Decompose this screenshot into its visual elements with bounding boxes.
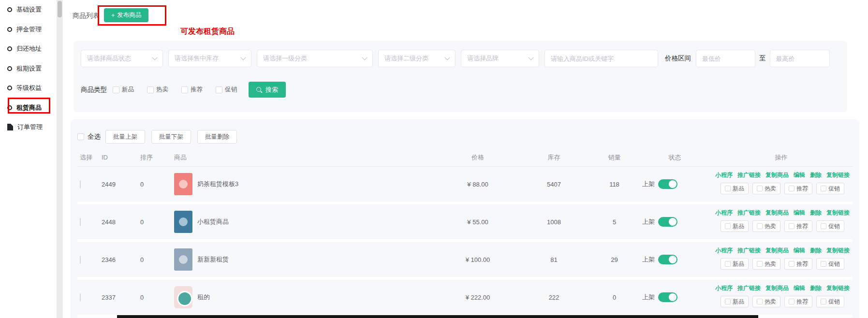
row-checkbox[interactable] <box>80 293 81 302</box>
checkbox[interactable] <box>757 223 763 229</box>
checkbox[interactable] <box>725 186 731 191</box>
tag-new[interactable]: 新品 <box>721 296 749 307</box>
edit-link[interactable]: 编辑 <box>794 246 805 254</box>
max-price-input[interactable] <box>770 50 830 67</box>
edit-link[interactable]: 编辑 <box>794 284 805 292</box>
promo-link-link[interactable]: 推广链接 <box>737 246 761 254</box>
tag-promo[interactable]: 促销 <box>816 220 844 232</box>
sidebar-item-rental-products[interactable]: 租赁商品 <box>0 98 57 118</box>
type-option-recommend[interactable]: 推荐 <box>181 86 203 94</box>
checkbox[interactable] <box>789 186 794 191</box>
delete-link[interactable]: 删除 <box>810 284 822 292</box>
scrollbar-thumb[interactable] <box>58 1 62 17</box>
tag-recommend[interactable]: 推荐 <box>784 258 812 270</box>
checkbox[interactable] <box>216 87 222 93</box>
delete-link[interactable]: 删除 <box>810 209 822 217</box>
select-secondary-category[interactable]: 请选择二级分类 <box>378 50 456 67</box>
checkbox[interactable] <box>757 299 763 304</box>
tag-hot[interactable]: 热卖 <box>752 183 780 194</box>
onshelf-toggle[interactable] <box>658 292 677 302</box>
tag-label: 新品 <box>733 185 744 193</box>
filter-panel: 请选择商品状态 请选择售中库存 请选择一级分类 请选择二级分类 请选择品牌 <box>74 41 847 112</box>
checkbox[interactable] <box>725 223 731 229</box>
type-option-hot[interactable]: 热卖 <box>147 86 168 94</box>
copy-url-link[interactable]: 复制链接 <box>826 246 850 254</box>
tag-toggles: 新品 热卖 推荐 促销 <box>712 296 853 307</box>
checkbox[interactable] <box>821 261 826 267</box>
publish-product-button[interactable]: + 发布商品 <box>104 8 148 22</box>
tag-promo[interactable]: 促销 <box>816 183 844 194</box>
checkbox[interactable] <box>147 87 154 93</box>
tag-new[interactable]: 新品 <box>721 220 749 232</box>
tag-new[interactable]: 新品 <box>721 183 749 194</box>
checkbox[interactable] <box>725 299 731 304</box>
keyword-input[interactable] <box>544 50 658 67</box>
sidebar-item-level-benefits[interactable]: 等级权益 <box>0 78 57 98</box>
product-cell: 新新新租赁 <box>172 248 437 271</box>
batch-delete-button[interactable]: 批量删除 <box>197 130 237 144</box>
sidebar-item-lease-term-settings[interactable]: 租期设置 <box>0 59 57 79</box>
checkbox[interactable] <box>113 87 119 93</box>
checkbox[interactable] <box>821 299 826 304</box>
sidebar: 基础设置 押金管理 归还地址 租期设置 等级权益 租赁商品 订单管理 <box>0 0 57 318</box>
select-onsale-stock[interactable]: 请选择售中库存 <box>168 50 251 67</box>
copy-url-link[interactable]: 复制链接 <box>826 171 850 179</box>
checkbox[interactable] <box>789 223 794 229</box>
mini-program-link[interactable]: 小程序 <box>715 171 733 179</box>
select-all-checkbox[interactable] <box>77 133 84 140</box>
sidebar-item-deposit-management[interactable]: 押金管理 <box>0 20 57 40</box>
onshelf-toggle[interactable] <box>658 217 677 227</box>
row-checkbox[interactable] <box>80 256 81 264</box>
min-price-input[interactable] <box>696 50 755 67</box>
select-brand[interactable]: 请选择品牌 <box>461 50 539 67</box>
checkbox[interactable] <box>757 261 763 267</box>
tag-recommend[interactable]: 推荐 <box>784 296 812 307</box>
mini-program-link[interactable]: 小程序 <box>715 209 733 217</box>
type-option-new[interactable]: 新品 <box>113 86 134 94</box>
tag-hot[interactable]: 热卖 <box>752 296 780 307</box>
copy-product-link[interactable]: 复制商品 <box>765 171 789 179</box>
tag-hot[interactable]: 热卖 <box>752 258 780 270</box>
checkbox[interactable] <box>725 261 731 267</box>
batch-offshelf-button[interactable]: 批量下架 <box>151 130 191 144</box>
scrollbar-track[interactable] <box>57 0 63 318</box>
tag-promo[interactable]: 促销 <box>816 258 844 270</box>
checkbox[interactable] <box>181 87 188 93</box>
checkbox[interactable] <box>789 299 794 304</box>
tag-new[interactable]: 新品 <box>721 258 749 270</box>
tag-recommend[interactable]: 推荐 <box>784 183 812 194</box>
sidebar-item-return-address[interactable]: 归还地址 <box>0 39 57 59</box>
checkbox[interactable] <box>821 186 826 191</box>
row-checkbox[interactable] <box>80 218 81 226</box>
promo-link-link[interactable]: 推广链接 <box>737 209 761 217</box>
copy-product-link[interactable]: 复制商品 <box>765 209 789 217</box>
delete-link[interactable]: 删除 <box>810 171 822 179</box>
edit-link[interactable]: 编辑 <box>794 209 805 217</box>
tag-hot[interactable]: 热卖 <box>752 220 780 232</box>
promo-link-link[interactable]: 推广链接 <box>737 284 761 292</box>
onshelf-toggle[interactable] <box>658 179 677 189</box>
copy-url-link[interactable]: 复制链接 <box>826 284 850 292</box>
select-product-status[interactable]: 请选择商品状态 <box>81 50 163 67</box>
copy-product-link[interactable]: 复制商品 <box>765 284 789 292</box>
onshelf-toggle[interactable] <box>658 255 677 264</box>
select-primary-category[interactable]: 请选择一级分类 <box>257 50 373 67</box>
search-button[interactable]: 搜索 <box>249 82 286 98</box>
edit-link[interactable]: 编辑 <box>794 171 805 179</box>
row-checkbox[interactable] <box>80 180 81 188</box>
checkbox[interactable] <box>757 186 763 191</box>
tag-recommend[interactable]: 推荐 <box>784 220 812 232</box>
mini-program-link[interactable]: 小程序 <box>715 246 733 254</box>
delete-link[interactable]: 删除 <box>810 246 822 254</box>
copy-product-link[interactable]: 复制商品 <box>765 246 789 254</box>
sidebar-item-order-management[interactable]: 订单管理 <box>0 117 57 137</box>
checkbox[interactable] <box>821 223 826 229</box>
mini-program-link[interactable]: 小程序 <box>715 284 733 292</box>
tag-promo[interactable]: 促销 <box>816 296 844 307</box>
promo-link-link[interactable]: 推广链接 <box>737 171 761 179</box>
batch-onshelf-button[interactable]: 批量上架 <box>105 130 145 144</box>
sidebar-item-basic-settings[interactable]: 基础设置 <box>0 0 57 20</box>
type-option-promo[interactable]: 促销 <box>216 86 237 94</box>
copy-url-link[interactable]: 复制链接 <box>826 209 850 217</box>
checkbox[interactable] <box>789 261 794 267</box>
